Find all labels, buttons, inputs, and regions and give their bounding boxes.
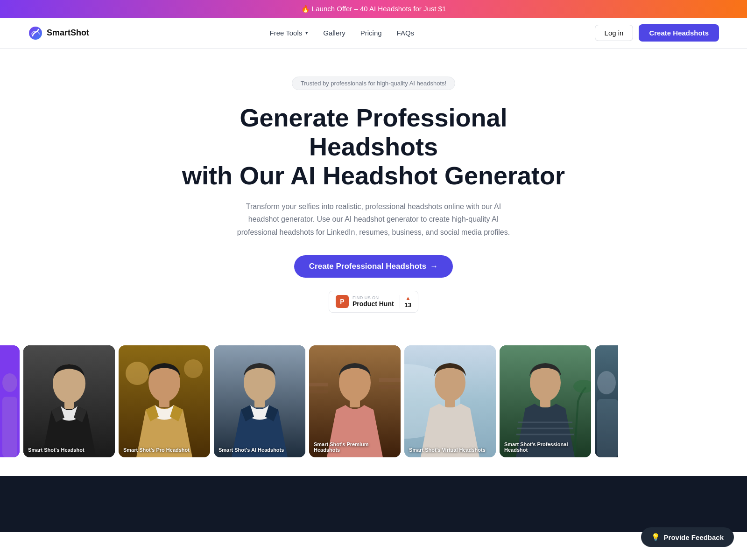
- nav-link-free-tools[interactable]: Free Tools ▾: [269, 29, 308, 37]
- product-hunt-votes: ▲ 13: [400, 295, 411, 308]
- nav-item-pricing[interactable]: Pricing: [360, 29, 382, 37]
- chevron-down-icon: ▾: [305, 30, 308, 36]
- product-hunt-text: FIND US ON Product Hunt: [352, 295, 394, 308]
- svg-rect-7: [64, 399, 74, 409]
- svg-point-33: [597, 371, 616, 394]
- navbar: SmartShot Free Tools ▾ Gallery Pricing F…: [0, 18, 747, 49]
- gallery-label-navy-suit: Smart Shot's AI Headshots: [218, 447, 301, 453]
- gallery-label-tan-suit: Smart Shot's Pro Headshot: [123, 447, 205, 453]
- gallery-label-tropical: Smart Shot's Professional Headshot: [504, 441, 586, 453]
- hero-description: Transform your selfies into realistic, p…: [233, 200, 514, 238]
- hero-section: Trusted by professionals for high-qualit…: [163, 49, 584, 327]
- gallery-card-navy-suit: Smart Shot's AI Headshots: [214, 345, 305, 457]
- person-silhouette-partial: [0, 345, 20, 457]
- gallery-card-beach: Smart Shot's Virtual Headshots: [404, 345, 496, 457]
- gallery-strip: Smart Shot's Headshot Smart Sho: [0, 345, 747, 457]
- gallery-label-beach: Smart Shot's Virtual Headshots: [409, 447, 491, 453]
- logo-text: SmartShot: [47, 28, 89, 38]
- cta-arrow-icon: →: [430, 262, 438, 271]
- footer-dark: [0, 476, 747, 532]
- logo-icon: [28, 26, 43, 41]
- svg-rect-31: [540, 398, 550, 407]
- person-tan-suit: [119, 345, 210, 457]
- nav-link-pricing[interactable]: Pricing: [360, 29, 382, 37]
- svg-rect-21: [379, 385, 401, 389]
- nav-link-gallery[interactable]: Gallery: [323, 29, 345, 37]
- gallery-card-tan-suit: Smart Shot's Pro Headshot: [119, 345, 210, 457]
- hero-headline-line2: with Our AI Headshot Generator: [182, 161, 565, 189]
- banner-text: 🔥 Launch Offer – 40 AI Headshots for Jus…: [301, 5, 446, 13]
- feedback-button[interactable]: 💡 Provide Feedback: [641, 527, 734, 532]
- cta-button[interactable]: Create Professional Headshots →: [294, 255, 453, 278]
- product-hunt-badge[interactable]: P FIND US ON Product Hunt ▲ 13: [329, 291, 418, 313]
- create-headshots-button[interactable]: Create Headshots: [639, 24, 719, 42]
- svg-rect-23: [350, 398, 360, 407]
- logo[interactable]: SmartShot: [28, 26, 89, 41]
- svg-point-2: [2, 373, 17, 392]
- person-library: [309, 345, 401, 457]
- product-hunt-icon: P: [336, 295, 349, 308]
- gallery-label-library: Smart Shot's Premium Headshots: [314, 441, 396, 453]
- svg-rect-20: [379, 378, 401, 382]
- login-button[interactable]: Log in: [595, 25, 634, 41]
- nav-links: Free Tools ▾ Gallery Pricing FAQs: [269, 29, 414, 37]
- svg-rect-19: [309, 390, 328, 393]
- product-hunt-name: Product Hunt: [352, 300, 394, 308]
- nav-link-faqs[interactable]: FAQs: [397, 29, 415, 37]
- svg-rect-16: [254, 398, 265, 407]
- svg-rect-27: [445, 398, 455, 407]
- trust-badge: Trusted by professionals for high-qualit…: [292, 77, 455, 90]
- cta-button-label: Create Professional Headshots: [309, 262, 426, 271]
- person-dark-suit: [23, 345, 115, 457]
- svg-point-9: [126, 362, 149, 385]
- svg-rect-3: [2, 397, 17, 457]
- svg-point-10: [184, 359, 203, 378]
- upvote-arrow-icon: ▲: [405, 295, 411, 301]
- nav-item-gallery[interactable]: Gallery: [323, 29, 345, 37]
- nav-item-free-tools[interactable]: Free Tools ▾: [269, 29, 308, 37]
- person-partial-right: [595, 345, 618, 457]
- gallery-card-dark-suit: Smart Shot's Headshot: [23, 345, 115, 457]
- svg-rect-34: [597, 399, 618, 457]
- nav-actions: Log in Create Headshots: [595, 24, 719, 42]
- person-beach: [404, 345, 496, 457]
- product-hunt-find-label: FIND US ON: [352, 295, 379, 300]
- gallery-card-partial-right: [595, 345, 618, 457]
- hero-headline-line1: Generate Professional Headshots: [240, 104, 507, 161]
- gallery-label-dark-suit: Smart Shot's Headshot: [28, 447, 110, 453]
- gallery-card-library: Smart Shot's Premium Headshots: [309, 345, 401, 457]
- nav-item-faqs[interactable]: FAQs: [397, 29, 415, 37]
- person-tropical: [500, 345, 591, 457]
- gallery-card-tropical: Smart Shot's Professional Headshot: [500, 345, 591, 457]
- vote-count: 13: [405, 301, 411, 308]
- launch-banner: 🔥 Launch Offer – 40 AI Headshots for Jus…: [0, 0, 747, 18]
- hero-headline: Generate Professional Headshots with Our…: [173, 103, 574, 190]
- gallery-card-partial-left: [0, 345, 20, 457]
- svg-rect-13: [159, 398, 169, 407]
- svg-rect-18: [309, 383, 328, 386]
- svg-point-0: [29, 27, 42, 40]
- person-navy-suit: [214, 345, 305, 457]
